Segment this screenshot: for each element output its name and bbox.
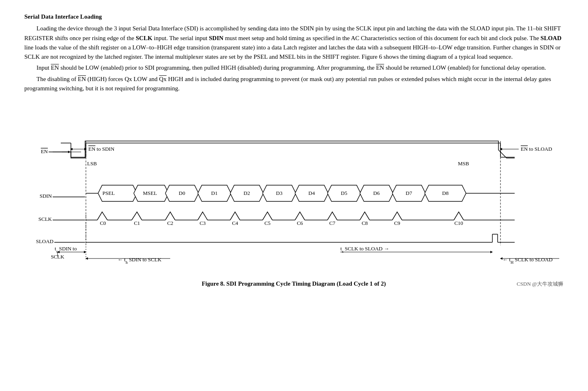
en-to-sload-label: EN to SLOAD [521,146,552,152]
figure-caption: Figure 8. SDI Programming Cycle Timing D… [24,280,563,287]
d1-cell: D1 [211,190,218,196]
paragraph-1: Loading the device through the 3 input S… [24,24,563,62]
c7-label: C7 [329,220,336,226]
paragraph-2: Input EN should be LOW (enabled) prior t… [24,63,563,73]
sload-waveform [86,234,515,242]
d2-cell: D2 [244,190,250,196]
timing-diagram: text { font-family: "Times New Roman", T… [24,105,563,280]
d5-cell: D5 [341,190,347,196]
th-sdin-label: ← th SDIN to SCLK [118,256,162,265]
ts-sclk-sload: ts SCLK to SLOAD → [340,246,389,254]
c10-label: C10 [454,220,463,226]
d7-cell: D7 [406,190,412,196]
paragraph-3: The disabling of EN (HIGH) forces Qx LOW… [24,75,563,94]
svg-marker-20 [500,148,502,150]
svg-marker-16 [84,148,87,150]
svg-marker-52 [500,257,502,260]
c5-label: C5 [264,220,270,226]
c2-label: C2 [167,220,173,226]
timing-diagram-svg: text { font-family: "Times New Roman", T… [24,105,563,276]
svg-marker-15 [70,148,73,150]
c3-label: C3 [199,220,205,226]
psel-cell: PSEL [103,190,115,196]
section-title: Serial Data Interface Loading [24,12,563,21]
th-sclk-sload: ← tH SCLK to SLOAD [502,256,553,265]
sclk-ref-label: SCLK [51,254,64,260]
sclk-label: SCLK [38,216,52,222]
en-waveform [61,143,515,157]
c0-label: C0 [100,220,106,226]
d0-cell: D0 [179,190,185,196]
d8-cell: D8 [442,190,449,196]
sclk-waveform: C0 C1 C2 C3 C4 C5 C6 [86,212,515,226]
sdin-waveform: PSEL MSEL D0 D1 D2 D3 D4 D5 D6 [86,185,515,201]
c9-label: C9 [394,220,400,226]
c4-label: C4 [232,220,238,226]
text-section: Serial Data Interface Loading Loading th… [24,12,563,93]
d4-cell: D4 [308,190,315,196]
d3-cell: D3 [276,190,282,196]
watermark: CSDN @大牛攻城狮 [517,280,563,288]
sload-label: SLOAD [36,238,53,244]
msb-label: MSB [458,160,469,167]
sdin-label: SDIN [40,193,52,199]
svg-marker-50 [490,251,493,253]
c1-label: C1 [134,220,140,226]
lsb-label: LSB [87,160,97,167]
c6-label: C6 [297,220,303,226]
c8-label: C8 [361,220,368,226]
en-label: EN [41,148,48,154]
svg-marker-13 [68,151,71,153]
msel-cell: MSEL [143,190,157,196]
en-to-sdin-label: EN to SDIN [88,146,115,152]
d6-cell: D6 [373,190,380,196]
